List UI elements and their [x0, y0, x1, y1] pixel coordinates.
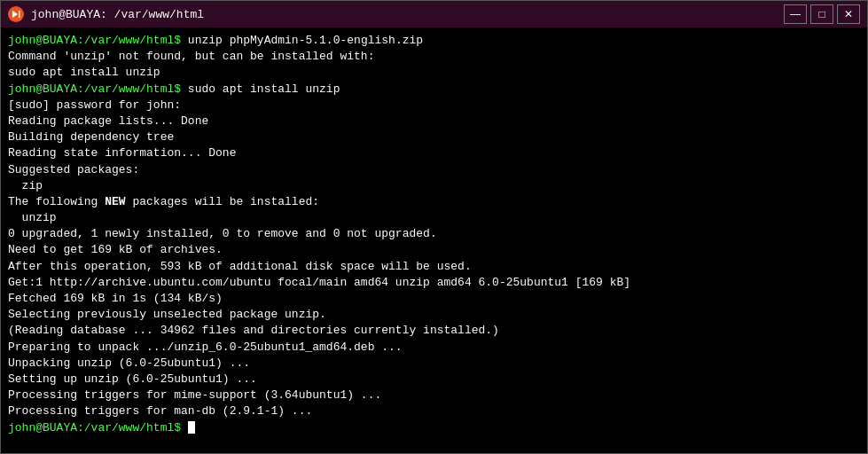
terminal-line: Building dependency tree — [8, 129, 860, 145]
terminal-line: Processing triggers for mime-support (3.… — [8, 387, 860, 403]
title-bar-text: john@BUAYA: /var/www/html — [31, 8, 784, 21]
terminal-icon — [8, 6, 24, 22]
terminal-line: Reading state information... Done — [8, 145, 860, 161]
terminal-line: Fetched 169 kB in 1s (134 kB/s) — [8, 291, 860, 307]
terminal-line: Processing triggers for man-db (2.9.1-1)… — [8, 403, 860, 419]
terminal-line: unzip — [8, 210, 860, 226]
terminal-cursor — [188, 421, 195, 434]
terminal-line: [sudo] password for john: — [8, 98, 860, 114]
maximize-button[interactable]: □ — [810, 4, 833, 24]
title-bar: john@BUAYA: /var/www/html — □ ✕ — [1, 1, 867, 27]
terminal-window: john@BUAYA: /var/www/html — □ ✕ john@BUA… — [0, 0, 868, 454]
terminal-line: Reading package lists... Done — [8, 114, 860, 129]
terminal-line: Selecting previously unselected package … — [8, 307, 860, 323]
close-button[interactable]: ✕ — [837, 4, 860, 24]
terminal-line: After this operation, 593 kB of addition… — [8, 259, 860, 275]
terminal-line: (Reading database ... 34962 files and di… — [8, 323, 860, 339]
terminal-line: Get:1 http://archive.ubuntu.com/ubuntu f… — [8, 275, 860, 291]
terminal-line: sudo apt install unzip — [8, 65, 860, 81]
terminal-line: john@BUAYA:/var/www/html$ sudo apt insta… — [8, 82, 860, 98]
terminal-line: zip — [8, 178, 860, 194]
terminal-body[interactable]: john@BUAYA:/var/www/html$ unzip phpMyAdm… — [1, 27, 867, 453]
terminal-line: Preparing to unpack .../unzip_6.0-25ubun… — [8, 340, 860, 356]
svg-rect-1 — [19, 11, 20, 18]
terminal-line: john@BUAYA:/var/www/html$ unzip phpMyAdm… — [8, 33, 860, 49]
window-controls: — □ ✕ — [784, 4, 860, 24]
svg-marker-0 — [12, 11, 18, 18]
terminal-line: Need to get 169 kB of archives. — [8, 242, 860, 258]
terminal-line: john@BUAYA:/var/www/html$ — [8, 420, 860, 436]
terminal-line: Setting up unzip (6.0-25ubuntu1) ... — [8, 372, 860, 387]
minimize-button[interactable]: — — [784, 4, 807, 24]
terminal-line: Suggested packages: — [8, 162, 860, 178]
terminal-line: The following NEW packages will be insta… — [8, 194, 860, 210]
terminal-line: Unpacking unzip (6.0-25ubuntu1) ... — [8, 356, 860, 372]
terminal-line: Command 'unzip' not found, but can be in… — [8, 49, 860, 65]
terminal-line: 0 upgraded, 1 newly installed, 0 to remo… — [8, 226, 860, 242]
